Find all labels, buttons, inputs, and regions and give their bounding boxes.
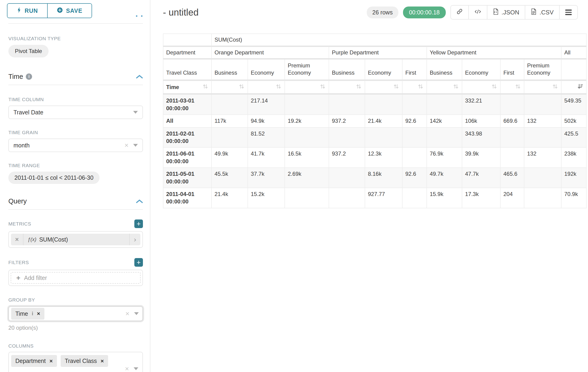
- pivot-value-cell: 94.9k: [248, 115, 285, 127]
- columns-label: COLUMNS: [8, 343, 34, 349]
- section-divider: [8, 85, 143, 85]
- export-csv-button[interactable]: .CSV: [525, 6, 560, 19]
- caret-down-icon[interactable]: [134, 312, 139, 315]
- chart-title[interactable]: - untitled: [163, 7, 199, 18]
- sort-toggle-icon[interactable]: [202, 83, 209, 91]
- info-icon[interactable]: i: [32, 311, 33, 317]
- sort-toggle-icon[interactable]: [417, 83, 424, 91]
- pivot-value-cell: 49.7k: [427, 168, 462, 188]
- plus-circle-icon: [57, 7, 63, 14]
- time-section-title: Time: [8, 73, 23, 80]
- info-icon[interactable]: i: [26, 74, 32, 80]
- clear-icon[interactable]: ×: [122, 365, 132, 372]
- add-filter-placeholder: Add filter: [24, 275, 47, 281]
- save-button[interactable]: SAVE: [48, 4, 92, 18]
- pivot-row-label: 2011-06-01 00:00:00: [163, 147, 211, 168]
- pivot-value-cell: 192k: [561, 168, 586, 188]
- chart-type-collapse-icon[interactable]: [136, 15, 142, 17]
- export-json-button[interactable]: .JSON: [487, 6, 525, 19]
- pivot-col-group-header: All: [561, 46, 586, 59]
- pivot-sort-cell: [329, 80, 365, 94]
- remove-tag-icon[interactable]: ×: [37, 311, 40, 317]
- pivot-value-cell: 549.35: [561, 94, 586, 115]
- time-range-value[interactable]: 2011-01-01 ≤ col < 2011-06-30: [8, 171, 99, 184]
- table-row: All117k94.9k19.2k937.221.4k92.6142k106k6…: [163, 115, 586, 127]
- pivot-value-cell: 332.21: [462, 94, 500, 115]
- pivot-dim-label-department: Department: [163, 46, 211, 59]
- fx-icon: ƒ(x): [28, 236, 36, 243]
- pivot-sort-cell: [427, 80, 462, 94]
- pivot-row-label: 2011-03-01 00:00:00: [163, 94, 211, 115]
- pivot-value-cell: [500, 94, 524, 115]
- sort-toggle-icon[interactable]: [491, 83, 497, 91]
- pivot-col-header: Economy: [365, 59, 402, 80]
- pivot-value-cell: 21.4k: [211, 188, 248, 208]
- pivot-sort-cell: [462, 80, 500, 94]
- embed-code-button[interactable]: [469, 6, 487, 19]
- pivot-value-cell: [427, 94, 462, 115]
- caret-down-icon[interactable]: [133, 111, 138, 114]
- chart-menu-button[interactable]: [560, 6, 577, 19]
- table-row: 2011-06-01 00:00:0049.9k41.7k16.5k937.21…: [163, 147, 586, 168]
- clear-icon[interactable]: ×: [122, 142, 131, 149]
- pivot-sort-cell: [500, 80, 524, 94]
- pivot-col-group-header: Purple Department: [329, 46, 427, 59]
- run-save-button-group: RUN SAVE: [7, 3, 92, 18]
- add-metric-button[interactable]: +: [134, 220, 143, 228]
- chevron-up-icon[interactable]: [136, 199, 143, 203]
- section-divider: [8, 209, 143, 210]
- sort-toggle-icon[interactable]: [515, 83, 521, 91]
- pivot-value-cell: [402, 128, 427, 148]
- time-column-select[interactable]: Travel Date: [8, 106, 143, 119]
- chevron-right-icon[interactable]: ›: [129, 234, 140, 245]
- save-button-label: SAVE: [66, 7, 82, 14]
- table-row: DepartmentOrange DepartmentPurple Depart…: [163, 46, 586, 59]
- add-filter-dropzone[interactable]: + Add filter: [11, 272, 141, 284]
- pivot-col-header: First: [500, 59, 524, 80]
- visualization-type-label: VISUALIZATION TYPE: [8, 36, 143, 41]
- pivot-value-cell: [329, 188, 365, 208]
- pivot-value-cell: 16.5k: [285, 147, 329, 168]
- time-grain-select[interactable]: month ×: [8, 138, 143, 152]
- pivot-value-cell: 142k: [427, 115, 462, 127]
- remove-tag-icon[interactable]: ×: [101, 358, 104, 364]
- pivot-value-cell: 204: [500, 188, 524, 208]
- visualization-type-value[interactable]: Pivot Table: [8, 45, 49, 57]
- pivot-value-cell: 45.5k: [211, 168, 248, 188]
- pivot-col-header: [561, 59, 586, 80]
- chevron-up-icon[interactable]: [136, 75, 143, 79]
- caret-down-icon[interactable]: [133, 144, 138, 147]
- caret-down-icon[interactable]: [134, 367, 138, 370]
- pivot-value-cell: [329, 94, 365, 115]
- hamburger-icon: [565, 10, 572, 15]
- sort-toggle-icon[interactable]: [320, 83, 326, 91]
- tag-label: Time: [15, 310, 28, 317]
- group-by-select[interactable]: Time i × ×: [8, 306, 143, 321]
- sort-toggle-icon[interactable]: [356, 83, 362, 91]
- pivot-value-cell: 12.3k: [365, 147, 402, 168]
- remove-tag-icon[interactable]: ×: [50, 358, 53, 364]
- pivot-value-cell: 49.9k: [211, 147, 248, 168]
- pivot-col-group-header: Yellow Department: [427, 46, 561, 59]
- sort-toggle-icon[interactable]: [393, 83, 399, 91]
- sort-toggle-icon[interactable]: [239, 83, 245, 91]
- remove-metric-icon[interactable]: ×: [11, 234, 23, 245]
- pivot-value-cell: 106k: [462, 115, 500, 127]
- pivot-sort-cell: [285, 80, 329, 94]
- pivot-value-cell: [524, 188, 561, 208]
- clear-icon[interactable]: ×: [123, 310, 132, 317]
- columns-select[interactable]: Department × Travel Class × ×: [8, 352, 143, 372]
- run-button[interactable]: RUN: [7, 4, 48, 18]
- table-row: 2011-02-01 00:00:0081.52343.98425.5: [163, 128, 586, 148]
- pivot-col-header: Economy: [462, 59, 500, 80]
- time-range-label: TIME RANGE: [8, 163, 143, 168]
- sort-toggle-icon[interactable]: [552, 83, 558, 91]
- run-button-label: RUN: [25, 7, 38, 14]
- share-link-button[interactable]: [451, 6, 469, 19]
- add-filter-button[interactable]: +: [134, 258, 143, 267]
- sort-desc-active-icon[interactable]: [577, 83, 583, 91]
- sort-toggle-icon[interactable]: [453, 83, 459, 91]
- metric-label[interactable]: ƒ(x) SUM(Cost): [23, 236, 129, 243]
- sort-toggle-icon[interactable]: [275, 83, 282, 91]
- pivot-value-cell: 70.9k: [561, 188, 586, 208]
